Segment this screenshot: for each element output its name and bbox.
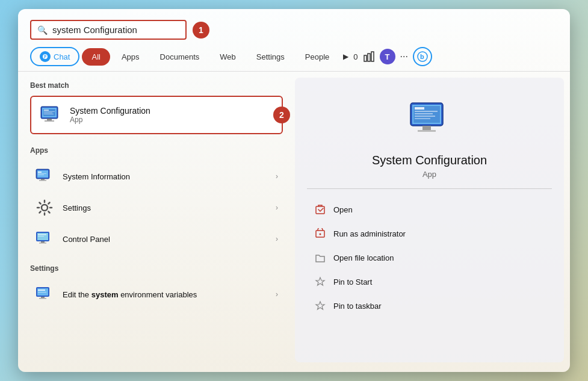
- list-item-settings[interactable]: Settings ›: [30, 192, 283, 223]
- folder-icon: [314, 252, 326, 264]
- svg-rect-32: [39, 298, 46, 299]
- more-options[interactable]: ···: [400, 51, 408, 62]
- chat-icon: [40, 51, 51, 62]
- env-vars-icon: [35, 285, 54, 304]
- svg-rect-33: [38, 290, 45, 291]
- svg-rect-38: [415, 107, 424, 110]
- settings-icon: [35, 198, 54, 217]
- svg-rect-9: [45, 120, 54, 122]
- svg-point-22: [42, 205, 48, 211]
- settings-label: Settings: [63, 203, 276, 212]
- control-panel-icon: [35, 229, 54, 249]
- action-run-admin-label: Run as administrator: [333, 229, 406, 238]
- chevron-right-icon-4: ›: [276, 290, 278, 299]
- tab-chat-label: Chat: [54, 52, 70, 61]
- tab-documents[interactable]: Documents: [151, 49, 209, 65]
- svg-text:b: b: [420, 53, 424, 60]
- settings-item-env-vars[interactable]: Edit the system environment variables ›: [30, 279, 283, 310]
- best-match-app-name: System Configuration: [70, 106, 150, 116]
- control-panel-label: Control Panel: [63, 235, 276, 244]
- best-match-text: System Configuration App: [70, 106, 150, 124]
- svg-rect-21: [38, 175, 44, 175]
- system-info-icon: [35, 167, 54, 186]
- action-run-admin[interactable]: Run as administrator: [307, 223, 552, 244]
- right-panel: System Configuration App Open: [295, 78, 564, 362]
- left-panel: Best match: [18, 72, 295, 368]
- list-item-control-panel[interactable]: Control Panel ›: [30, 223, 283, 255]
- svg-rect-13: [44, 113, 52, 113]
- svg-rect-18: [39, 180, 46, 181]
- apps-section: Apps System Information ›: [30, 146, 283, 255]
- best-match-label: Best match: [30, 81, 283, 90]
- action-file-location-label: Open file location: [333, 253, 394, 262]
- apps-section-label: Apps: [30, 146, 283, 155]
- svg-rect-14: [44, 114, 54, 114]
- tab-extras: ▶ 0 T ··· b: [343, 47, 432, 66]
- run-admin-icon: [314, 228, 326, 240]
- svg-rect-39: [415, 111, 438, 112]
- chevron-right-icon-2: ›: [276, 203, 278, 212]
- action-pin-taskbar-label: Pin to taskbar: [333, 302, 382, 311]
- action-pin-start-label: Pin to Start: [333, 277, 372, 287]
- svg-rect-27: [38, 234, 46, 235]
- svg-rect-40: [415, 113, 433, 114]
- svg-rect-34: [38, 292, 46, 293]
- system-config-detail-icon: [406, 96, 454, 144]
- action-open[interactable]: Open: [307, 199, 552, 220]
- svg-rect-42: [415, 118, 430, 119]
- svg-rect-19: [38, 172, 42, 173]
- open-icon: [314, 203, 326, 215]
- best-match-app-type: App: [70, 116, 150, 124]
- list-item-system-information[interactable]: System Information ›: [30, 161, 283, 192]
- settings-section-label: Settings: [30, 264, 283, 273]
- network-icon: [363, 51, 375, 63]
- svg-rect-28: [38, 236, 44, 237]
- search-overlay: 🔍 1 Chat All Apps Documents Web Settings…: [18, 9, 570, 372]
- action-file-location[interactable]: Open file location: [307, 247, 552, 268]
- search-input-wrapper[interactable]: 🔍: [30, 20, 187, 40]
- best-match-item[interactable]: System Configuration App 2: [30, 96, 283, 134]
- pin-taskbar-icon: [314, 300, 326, 312]
- search-icon: 🔍: [37, 25, 48, 35]
- badge-1: 1: [193, 22, 209, 39]
- settings-section: Settings Edit the system environment var…: [30, 264, 283, 310]
- tab-web[interactable]: Web: [211, 49, 245, 65]
- svg-rect-26: [39, 243, 46, 244]
- tab-all[interactable]: All: [82, 48, 110, 66]
- main-content: Best match: [18, 72, 570, 368]
- detail-app-type: App: [422, 170, 436, 179]
- search-input[interactable]: [52, 25, 179, 35]
- play-icon: ▶: [343, 52, 348, 61]
- action-pin-start[interactable]: Pin to Start: [307, 271, 552, 293]
- svg-rect-45: [316, 206, 324, 214]
- tab-apps[interactable]: Apps: [113, 49, 149, 65]
- svg-rect-44: [418, 130, 436, 132]
- svg-rect-3: [371, 52, 374, 61]
- tab-t-badge: T: [380, 49, 395, 64]
- svg-rect-41: [415, 116, 435, 117]
- action-pin-taskbar[interactable]: Pin to taskbar: [307, 295, 552, 317]
- tab-chat[interactable]: Chat: [30, 47, 79, 66]
- env-vars-text: Edit the system environment variables: [63, 290, 276, 299]
- svg-rect-11: [44, 110, 49, 111]
- svg-rect-1: [364, 55, 367, 61]
- search-bar: 🔍 1: [18, 9, 570, 47]
- tab-settings[interactable]: Settings: [247, 49, 294, 65]
- tab-count: 0: [353, 52, 357, 61]
- action-open-label: Open: [333, 205, 353, 214]
- tab-people[interactable]: People: [296, 49, 338, 65]
- svg-point-47: [320, 234, 321, 235]
- chevron-right-icon: ›: [276, 172, 278, 181]
- tabs-bar: Chat All Apps Documents Web Settings Peo…: [18, 47, 570, 72]
- system-config-icon-best: [39, 103, 63, 127]
- system-info-label: System Information: [63, 172, 276, 181]
- action-list: Open Run as administrator: [307, 199, 552, 317]
- svg-rect-2: [368, 54, 370, 61]
- svg-rect-12: [44, 111, 55, 112]
- chevron-right-icon-3: ›: [276, 235, 278, 243]
- bing-icon[interactable]: b: [413, 47, 432, 66]
- detail-divider: [307, 188, 552, 189]
- pin-start-icon: [314, 276, 326, 288]
- svg-rect-43: [422, 126, 431, 131]
- badge-2: 2: [273, 107, 290, 123]
